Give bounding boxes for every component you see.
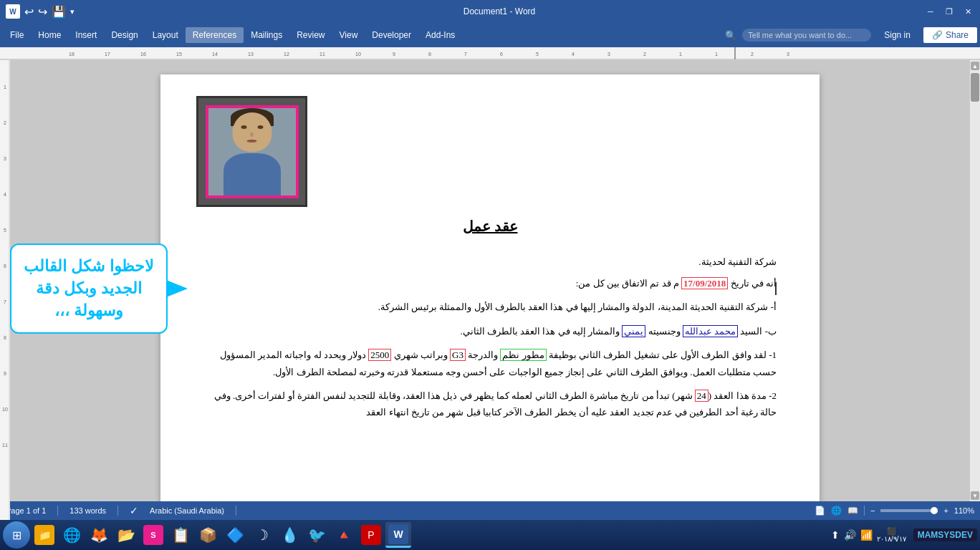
- word-icon: W: [6, 4, 20, 19]
- taskbar-studio[interactable]: S: [140, 522, 166, 548]
- folder-icon: 📂: [116, 525, 136, 545]
- taskbar-chrome[interactable]: 🌐: [59, 522, 85, 548]
- svg-text:10: 10: [355, 52, 361, 57]
- svg-text:7: 7: [464, 52, 467, 57]
- window-restore-btn[interactable]: ❐: [943, 5, 956, 18]
- bluetooth-icon: 🔷: [225, 525, 245, 545]
- date-highlight: 17/09/2018: [681, 277, 728, 289]
- tray-icon-2: 🔊: [844, 529, 856, 541]
- svg-text:11: 11: [320, 52, 325, 57]
- studio-icon: S: [143, 525, 163, 545]
- svg-text:15: 15: [176, 52, 182, 57]
- svg-text:4: 4: [4, 192, 6, 197]
- photo-frame-inner: [206, 105, 299, 198]
- horizontal-ruler: 18 17 16 15 14 13 12 11 10 9 8 7 6 5 4 3…: [0, 47, 980, 60]
- menu-developer[interactable]: Developer: [365, 27, 418, 43]
- left-eye: [241, 125, 246, 129]
- taskbar-bluetooth[interactable]: 🔷: [222, 522, 248, 548]
- explorer-icon: 📁: [34, 525, 54, 545]
- taskbar-app2[interactable]: 🔺: [331, 522, 357, 548]
- svg-text:9: 9: [393, 52, 395, 57]
- app2-icon: 🔺: [334, 525, 354, 545]
- word-count: 133 words: [69, 506, 106, 515]
- menu-file[interactable]: File: [3, 27, 31, 43]
- right-eye: [257, 125, 263, 129]
- document-scroll-area[interactable]: لاحظوا شكل القالب الجديد وبكل دقة وسهولة…: [10, 60, 970, 501]
- title-bar-left: W ↩ ↪ 💾 ▾: [6, 4, 75, 19]
- doc-para-2: أ- شركة التقنية الحديثة المدينة، الدولة …: [203, 299, 777, 315]
- svg-text:2: 2: [751, 52, 754, 57]
- page-count: Page 1 of 1: [6, 506, 46, 515]
- tell-me-input[interactable]: [742, 29, 871, 42]
- taskbar-files[interactable]: 📋: [168, 522, 193, 548]
- vertical-scrollbar[interactable]: ▲ ▼: [970, 60, 980, 501]
- svg-text:5: 5: [536, 52, 539, 57]
- nose: [251, 132, 254, 137]
- clock-time: ⬛: [887, 527, 895, 535]
- undo-btn[interactable]: ↩: [24, 5, 34, 19]
- scroll-down-btn[interactable]: ▼: [971, 491, 979, 500]
- water-icon: 💧: [279, 525, 299, 545]
- menu-insert[interactable]: Insert: [68, 27, 104, 43]
- taskbar-firefox[interactable]: 🦊: [86, 522, 112, 548]
- tray-icon-3: 📶: [860, 529, 873, 541]
- zoom-slider[interactable]: [880, 509, 938, 512]
- start-button[interactable]: ⊞: [3, 521, 30, 549]
- ruler-cursor: [734, 47, 736, 60]
- zoom-out-btn[interactable]: −: [870, 506, 875, 515]
- taskbar-app3[interactable]: P: [358, 522, 384, 548]
- taskbar-right: ⬆ 🔊 📶 ⬛ ٢٠١٨/٩/١٧ MAMSYSDEV: [831, 527, 977, 543]
- menu-design[interactable]: Design: [104, 27, 145, 43]
- taskbar-bird[interactable]: 🐦: [304, 522, 330, 548]
- status-divider-4: [864, 506, 865, 516]
- menu-view[interactable]: View: [332, 27, 365, 43]
- svg-text:7: 7: [4, 299, 6, 304]
- menu-bar: File Home Insert Design Layout Reference…: [0, 23, 980, 47]
- save-btn[interactable]: 💾: [52, 5, 66, 19]
- zoom-in-btn[interactable]: +: [943, 506, 948, 515]
- salary-highlight: 2500: [368, 349, 391, 361]
- print-layout-btn[interactable]: 📄: [815, 506, 825, 516]
- taskbar-explorer[interactable]: 📁: [32, 522, 57, 548]
- taskbar-word[interactable]: W: [385, 522, 411, 548]
- red-app-icon: P: [361, 525, 381, 545]
- menu-review[interactable]: Review: [289, 27, 332, 43]
- text-cursor: [775, 282, 777, 295]
- redo-btn[interactable]: ↪: [38, 5, 47, 19]
- svg-text:6: 6: [500, 52, 503, 57]
- status-right: 📄 🌐 📖 − + 110%: [815, 506, 974, 516]
- read-mode-btn[interactable]: 📖: [847, 506, 858, 516]
- doc-para-1: أنه في تاريخ 17/09/2018 م قد تم الاتفاق …: [203, 275, 777, 291]
- menu-mailings[interactable]: Mailings: [244, 27, 289, 43]
- menu-home[interactable]: Home: [31, 27, 68, 43]
- bird-icon: 🐦: [307, 525, 327, 545]
- scroll-up-btn[interactable]: ▲: [971, 62, 979, 70]
- name-highlight: محمد عبدالله: [683, 325, 738, 337]
- svg-text:9: 9: [4, 371, 6, 376]
- document-page: عقد عمل شركة التقنية لحديثة. أنه في تاري…: [160, 74, 820, 501]
- menu-addins[interactable]: Add-Ins: [418, 27, 462, 43]
- web-layout-btn[interactable]: 🌐: [831, 506, 842, 516]
- taskbar-app1[interactable]: 📦: [195, 522, 221, 548]
- svg-text:8: 8: [428, 52, 431, 57]
- sign-in-btn[interactable]: Sign in: [877, 27, 918, 43]
- window-close-btn[interactable]: ✕: [961, 5, 974, 18]
- grade-highlight: G3: [450, 349, 466, 361]
- taskbar-crescent[interactable]: ☽: [249, 522, 275, 548]
- svg-text:11: 11: [2, 443, 8, 448]
- ruler-marks: 18 17 16 15 14 13 12 11 10 9 8 7 6 5 4 3…: [0, 47, 980, 59]
- mouth: [247, 140, 257, 143]
- callout-text: لاحظوا شكل القالب الجديد وبكل دقة وسهولة…: [20, 256, 158, 322]
- doc-para-3: ب- السيد محمد عبدالله وجنسيته يمني والمش…: [203, 323, 777, 339]
- taskbar-water[interactable]: 💧: [277, 522, 302, 548]
- window-minimize-btn[interactable]: ─: [924, 5, 937, 18]
- menu-references[interactable]: References: [186, 27, 244, 43]
- taskbar-folder[interactable]: 📂: [113, 522, 139, 548]
- menu-layout[interactable]: Layout: [145, 27, 186, 43]
- scroll-thumb[interactable]: [971, 73, 979, 102]
- share-btn[interactable]: 🔗 Share: [923, 27, 977, 43]
- body: [224, 153, 281, 196]
- firefox-icon: 🦊: [89, 525, 109, 545]
- share-icon: 🔗: [932, 30, 943, 40]
- mamsysdev-logo: MAMSYSDEV: [913, 529, 977, 541]
